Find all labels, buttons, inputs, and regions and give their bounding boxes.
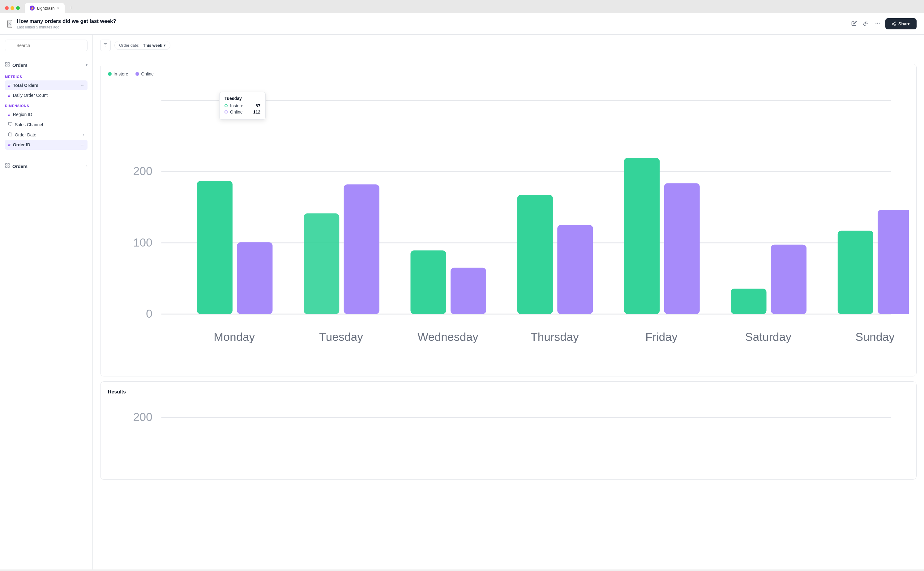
traffic-light-yellow[interactable]: [11, 6, 14, 10]
legend-online: Online: [136, 71, 153, 76]
svg-point-2: [879, 23, 880, 23]
orders-bottom-label: Orders: [12, 164, 28, 169]
svg-line-7: [893, 23, 895, 23]
browser-chrome: ⚡ Lightdash × +: [0, 0, 924, 13]
svg-text:Saturday: Saturday: [745, 330, 792, 343]
sales-channel-label: Sales Channel: [15, 122, 85, 127]
legend-online-label: Online: [141, 71, 153, 76]
svg-rect-9: [6, 62, 7, 64]
daily-order-count-icon: #: [8, 93, 11, 98]
order-id-icon: #: [8, 142, 11, 147]
bar-thursday-online: [557, 225, 593, 314]
svg-rect-13: [8, 122, 12, 125]
tab-icon: ⚡: [30, 6, 35, 11]
svg-line-6: [893, 24, 895, 25]
share-button[interactable]: Share: [886, 18, 916, 29]
total-orders-field[interactable]: # Total Orders ···: [5, 80, 88, 90]
link-button[interactable]: [862, 19, 870, 29]
svg-point-3: [895, 22, 896, 23]
results-mini-chart: 200: [108, 400, 909, 471]
svg-text:Thursday: Thursday: [531, 330, 579, 343]
search-wrapper: [5, 40, 88, 51]
tooltip-instore-value: 87: [256, 103, 260, 108]
bar-wednesday-instore: [410, 250, 446, 314]
legend-instore-label: In-store: [114, 71, 128, 76]
chart-container: 0 100 200: [108, 83, 909, 369]
traffic-light-red[interactable]: [5, 6, 9, 10]
page-subtitle: Last edited 5 minutes ago: [17, 25, 850, 29]
tooltip-title: Tuesday: [225, 96, 260, 101]
chart-legend: In-store Online: [108, 71, 909, 76]
orders-bottom-title-row: Orders: [5, 163, 28, 169]
svg-text:Friday: Friday: [645, 330, 678, 343]
content-area: Orders ▾ METRICS # Total Orders ··· # Da…: [0, 35, 924, 569]
svg-text:200: 200: [133, 165, 152, 177]
legend-online-dot: [136, 72, 139, 76]
tab-title: Lightdash: [37, 6, 54, 11]
chart-tooltip: Tuesday Instore 87 Online 112: [219, 92, 266, 120]
order-date-field[interactable]: Order Date ›: [5, 130, 88, 140]
metrics-category-label: METRICS: [5, 71, 88, 80]
order-id-label: Order ID: [13, 142, 79, 147]
order-id-menu-icon[interactable]: ···: [81, 142, 85, 147]
svg-rect-20: [6, 166, 7, 167]
total-orders-label: Total Orders: [13, 83, 79, 88]
tooltip-instore-dot: [225, 104, 228, 107]
sidebar: Orders ▾ METRICS # Total Orders ··· # Da…: [0, 35, 93, 569]
search-container: [0, 35, 92, 56]
bar-thursday-instore: [517, 195, 553, 314]
total-orders-menu-icon[interactable]: ···: [81, 83, 85, 88]
bar-sunday-instore: [838, 231, 873, 314]
order-date-chevron-icon[interactable]: ›: [83, 133, 85, 137]
bar-friday-instore: [624, 158, 660, 314]
tab-close-button[interactable]: ×: [57, 6, 59, 11]
svg-point-1: [877, 23, 878, 23]
chart-section: In-store Online: [93, 56, 924, 569]
order-date-label: Order Date: [15, 133, 80, 137]
header-info: How many orders did we get last week? La…: [17, 18, 850, 29]
traffic-light-green[interactable]: [16, 6, 20, 10]
app: × How many orders did we get last week? …: [0, 13, 924, 569]
svg-text:100: 100: [133, 236, 152, 249]
region-id-field[interactable]: # Region ID: [5, 110, 88, 119]
browser-tab[interactable]: ⚡ Lightdash ×: [25, 3, 65, 13]
dimensions-category-label: DIMENSIONS: [5, 100, 88, 110]
orders-bottom-section-header[interactable]: Orders ›: [5, 160, 88, 172]
filter-chip-value: This week: [143, 43, 162, 48]
orders-chevron-icon: ▾: [86, 63, 88, 67]
tooltip-instore-label: Instore: [230, 103, 253, 108]
bar-saturday-online: [771, 245, 807, 314]
orders-section-header[interactable]: Orders ▾: [5, 59, 88, 71]
order-date-icon: [8, 132, 12, 137]
filter-bar: Order date: This week ▾: [93, 35, 924, 56]
bar-tuesday-instore: [304, 213, 339, 314]
sales-channel-icon: [8, 122, 12, 127]
search-input[interactable]: [5, 40, 88, 51]
svg-text:0: 0: [146, 307, 152, 320]
region-id-icon: #: [8, 112, 11, 117]
close-button[interactable]: ×: [8, 20, 12, 28]
tooltip-online-dot: [225, 110, 228, 114]
legend-instore: In-store: [108, 71, 128, 76]
new-tab-button[interactable]: +: [67, 4, 75, 13]
orders-bottom-section: Orders ›: [0, 157, 92, 175]
order-id-field[interactable]: # Order ID ···: [5, 140, 88, 150]
tooltip-online-row: Online 112: [225, 110, 260, 114]
chart-card: In-store Online: [100, 64, 916, 377]
daily-order-count-field[interactable]: # Daily Order Count: [5, 90, 88, 100]
bar-saturday-instore: [731, 289, 766, 314]
filter-settings-button[interactable]: [100, 40, 111, 51]
svg-text:Tuesday: Tuesday: [319, 330, 363, 343]
orders-bottom-chevron-icon: ›: [86, 164, 88, 168]
edit-button[interactable]: [850, 19, 858, 29]
filter-chip-chevron-icon: ▾: [163, 43, 166, 48]
tooltip-instore-row: Instore 87: [225, 103, 260, 108]
orders-bottom-grid-icon: [5, 163, 10, 169]
sales-channel-field[interactable]: Sales Channel: [5, 119, 88, 130]
bar-tuesday-online: [344, 184, 379, 314]
header-actions: Share: [850, 18, 916, 29]
total-orders-icon: #: [8, 83, 11, 88]
order-date-filter-chip[interactable]: Order date: This week ▾: [114, 41, 170, 50]
tooltip-online-value: 112: [253, 110, 260, 114]
more-button[interactable]: [873, 19, 882, 29]
